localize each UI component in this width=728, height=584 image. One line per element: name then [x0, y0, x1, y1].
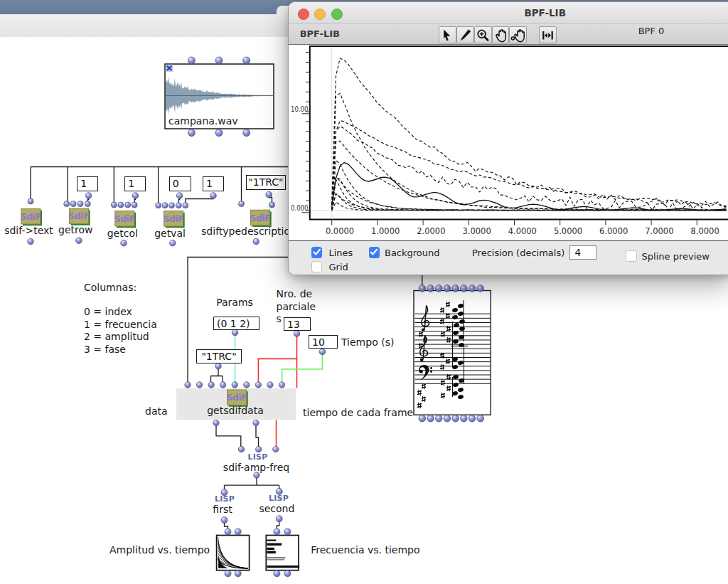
function-label-0: sdif->text [4, 225, 53, 238]
pan-points-tool-icon [510, 27, 526, 43]
comment-params: Params [216, 297, 253, 309]
comment-columnas-lines: 0 = index 1 = frecuencia 2 = amplitud 3 … [84, 306, 157, 356]
pan-tool-button[interactable] [492, 26, 510, 44]
zoom-tool-icon [475, 27, 491, 43]
screen: SdiFSdiFSdiFSdiFSdiF campana.wavsdif->te… [0, 0, 728, 584]
pen-tool-button[interactable] [456, 26, 474, 44]
lisp-logo-first: LISP [215, 494, 235, 504]
precision-input[interactable]: 4 [569, 245, 596, 260]
svg-text:0.0000: 0.0000 [326, 225, 354, 235]
precision-label: Precision (decimals) [472, 248, 564, 258]
number-box-time[interactable]: 10 [309, 335, 338, 349]
lines-checkbox[interactable] [311, 247, 323, 258]
getsdifdata-icon-layer: SdiF [225, 387, 250, 407]
y-ruler: 0.00010.00 [291, 52, 310, 212]
svg-text:SdiF: SdiF [227, 392, 247, 403]
comment-data: data [145, 405, 168, 418]
comment-tiempo: Tiempo (s) [341, 336, 394, 349]
string-box-1trc-top[interactable]: "1TRC" [246, 175, 286, 191]
lisp-logo-second: LISP [269, 494, 289, 503]
function-label-4: sdiftypedescription [201, 225, 296, 238]
pen-tool-icon [457, 27, 473, 43]
window-title: BPF-LIB [502, 7, 589, 18]
svg-text:2.0000: 2.0000 [417, 225, 445, 235]
background-label: Background [385, 248, 440, 258]
background-checkbox[interactable] [369, 247, 380, 258]
svg-text:4.0000: 4.0000 [508, 225, 536, 235]
bpf-titlebar[interactable]: BPF-LIB [289, 2, 728, 24]
select-tool-button[interactable] [439, 26, 456, 44]
number-box-0[interactable]: 0 [169, 176, 191, 191]
toolbar-title: BPF-LIB [300, 28, 340, 39]
x-ruler: 0.00001.00002.00003.00004.00005.00006.00… [326, 220, 719, 235]
lisp-main-label: sdif-amp-freq [223, 462, 289, 474]
svg-text:10.00: 10.00 [291, 104, 309, 113]
number-box-1[interactable]: 1 [77, 176, 98, 191]
minimize-button[interactable] [314, 9, 326, 20]
svg-text:6.0000: 6.0000 [599, 225, 628, 235]
comment-frecuencia: Frecuencia vs. tiempo [311, 544, 419, 557]
comment-columnas-title: Columnas: [84, 282, 136, 294]
comment-npartials: Nro. de parciale s [277, 288, 316, 326]
lisp-second-label: second [259, 503, 294, 516]
bpf-window: BPF-LIB BPF-LIB BPF 0 0.00010.000.00001.… [288, 1, 728, 275]
lisp-first-label: first [213, 504, 232, 516]
check-icon [370, 248, 378, 256]
pan-tool-icon [493, 27, 509, 43]
lisp-logo-main: LISP [248, 452, 268, 462]
comment-frame: tiempo de cada frame [303, 407, 413, 420]
svg-text:1.0000: 1.0000 [371, 225, 400, 235]
number-box-2[interactable]: 1 [124, 176, 146, 191]
comment-amplitud: Amplitud vs. tiempo [109, 544, 210, 557]
lines-label: Lines [328, 248, 353, 258]
pan-points-tool-button[interactable] [509, 26, 527, 44]
function-label-2: getcol [107, 228, 138, 240]
svg-text:5.0000: 5.0000 [554, 225, 582, 235]
bpf-plot-area[interactable]: 0.00010.000.00001.00002.00003.00004.0000… [289, 45, 728, 240]
function-label-3: getval [154, 228, 186, 240]
grid-checkbox[interactable] [311, 261, 323, 272]
zoom-tool-button[interactable] [474, 26, 492, 44]
fit-view-tool-icon [540, 27, 556, 43]
spline-preview-label: Spline preview [642, 251, 710, 262]
svg-text:3.0000: 3.0000 [462, 225, 491, 235]
select-tool-icon [439, 27, 456, 43]
list-box-params[interactable]: (0 1 2) [213, 317, 259, 331]
check-icon [313, 248, 321, 256]
bpf-name-label: BPF 0 [638, 26, 665, 36]
bpf-plot-graphics: 0.00010.000.00001.00002.00003.00004.0000… [289, 45, 728, 240]
svg-text:8.0000: 8.0000 [690, 225, 719, 235]
number-box-3[interactable]: 1 [203, 176, 224, 191]
svg-text:0.000: 0.000 [291, 203, 309, 212]
plot-frame [309, 46, 728, 220]
grid-label: Grid [328, 262, 348, 272]
string-box-1trc-mid[interactable]: "1TRC" [196, 349, 242, 363]
bpf-controls: Lines Background Grid Precision (decimal… [289, 240, 728, 275]
sound-box-label: campana.wav [168, 115, 238, 128]
svg-text:7.0000: 7.0000 [645, 225, 673, 235]
bpf-toolbar: BPF-LIB BPF 0 [289, 24, 728, 45]
spline-preview-checkbox[interactable] [626, 250, 637, 262]
close-button[interactable] [298, 9, 309, 20]
fit-view-tool-button[interactable] [539, 26, 557, 44]
zoom-button[interactable] [331, 9, 343, 20]
function-label-1: getrow [58, 224, 92, 237]
